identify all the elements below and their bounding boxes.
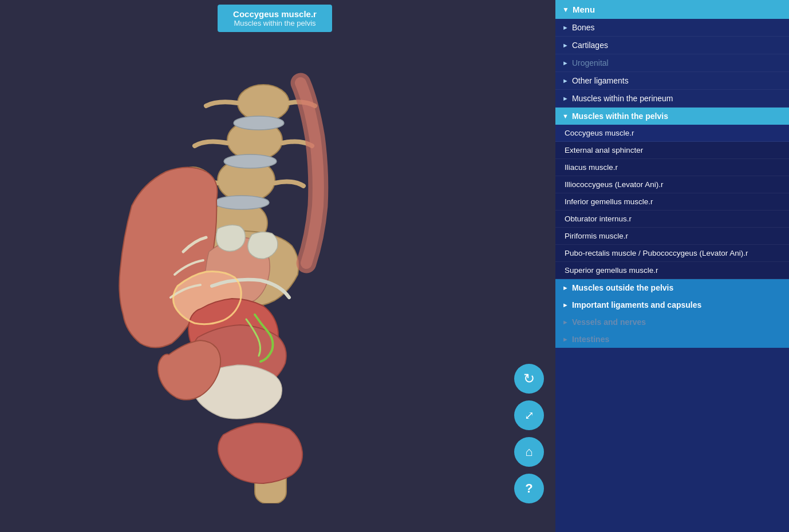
sidebar-item-urogenital: ► Urogenital (555, 54, 789, 72)
cartilages-label: Cartilages (572, 41, 608, 50)
svg-point-1 (238, 85, 289, 121)
sidebar-item-bones[interactable]: ► Bones (555, 19, 789, 37)
sub-item-superior-gemellus[interactable]: Superior gemellus muscle.r (555, 262, 789, 279)
home-button[interactable]: ⌂ (514, 437, 544, 467)
sub-item-piriformis[interactable]: Piriformis muscle.r (555, 228, 789, 245)
section-muscles-pelvis[interactable]: ▼ Muscles within the pelvis (555, 108, 789, 125)
vessels-nerves-label: Vessels and nerves (572, 317, 646, 327)
other-ligaments-label: Other ligaments (572, 76, 629, 85)
iliacus-label: Iliacus muscle.r (565, 163, 618, 172)
sidebar: ▼ Menu ► Bones ► Cartilages ► Urogenital… (555, 0, 789, 532)
urogenital-arrow: ► (562, 59, 569, 66)
tooltip: Coccygeus muscle.r Muscles within the pe… (218, 5, 332, 32)
superior-gemellus-label: Superior gemellus muscle.r (565, 266, 658, 275)
bones-label: Bones (572, 23, 595, 32)
bones-arrow: ► (562, 24, 569, 31)
cartilages-arrow: ► (562, 42, 569, 49)
sub-item-external-anal[interactable]: External anal sphincter (555, 142, 789, 159)
section-intestines: ► Intestines (555, 331, 789, 348)
inferior-gemellus-label: Inferior gemellus muscle.r (565, 197, 653, 206)
important-ligaments-label: Important ligaments and capsules (572, 300, 701, 309)
tooltip-subtitle: Muscles within the pelvis (229, 19, 321, 27)
menu-collapse-arrow: ▼ (562, 6, 569, 14)
piriformis-label: Piriformis muscle.r (565, 232, 628, 240)
muscles-perineum-label: Muscles within the perineum (572, 94, 673, 103)
svg-point-5 (234, 116, 284, 130)
action-buttons: ↻ ⤢ ⌂ ? (514, 364, 544, 503)
obturator-label: Obturator internus.r (565, 215, 632, 223)
sub-item-pubo-rectalis[interactable]: Pubo-rectalis muscle / Pubococcygeus (Le… (555, 245, 789, 262)
illiococcygeus-label: Illiococcygeus (Levator Ani).r (565, 180, 664, 189)
menu-header[interactable]: ▼ Menu (555, 0, 789, 19)
muscles-perineum-arrow: ► (562, 95, 569, 102)
muscles-pelvis-label: Muscles within the pelvis (572, 112, 668, 121)
sub-item-obturator[interactable]: Obturator internus.r (555, 211, 789, 228)
urogenital-label: Urogenital (572, 58, 609, 68)
svg-point-7 (214, 196, 269, 209)
help-icon: ? (525, 481, 532, 496)
coccygeus-label: Coccygeus muscle.r (565, 129, 634, 137)
rotate-icon: ↻ (523, 371, 535, 387)
other-ligaments-arrow: ► (562, 77, 569, 84)
muscles-outside-arrow: ► (562, 284, 569, 291)
external-anal-label: External anal sphincter (565, 146, 643, 154)
sub-item-iliacus[interactable]: Iliacus muscle.r (555, 159, 789, 176)
intestines-label: Intestines (572, 335, 609, 344)
expand-icon: ⤢ (524, 408, 534, 422)
section-vessels-nerves: ► Vessels and nerves (555, 313, 789, 331)
intestines-arrow: ► (562, 336, 569, 343)
help-button[interactable]: ? (514, 474, 544, 503)
rotate-button[interactable]: ↻ (514, 364, 544, 394)
section-muscles-outside[interactable]: ► Muscles outside the pelvis (555, 279, 789, 296)
muscles-pelvis-arrow: ▼ (562, 113, 569, 120)
menu-header-label: Menu (573, 5, 595, 14)
muscles-outside-label: Muscles outside the pelvis (572, 283, 673, 292)
home-icon: ⌂ (525, 444, 532, 459)
pubo-rectalis-label: Pubo-rectalis muscle / Pubococcygeus (Le… (565, 249, 748, 257)
tooltip-title: Coccygeus muscle.r (229, 9, 321, 19)
sidebar-item-muscles-perineum[interactable]: ► Muscles within the perineum (555, 90, 789, 108)
vessels-nerves-arrow: ► (562, 319, 569, 325)
sub-item-inferior-gemellus[interactable]: Inferior gemellus muscle.r (555, 193, 789, 211)
important-ligaments-arrow: ► (562, 301, 569, 308)
expand-button[interactable]: ⤢ (514, 400, 544, 430)
sidebar-item-cartilages[interactable]: ► Cartilages (555, 37, 789, 54)
sub-item-coccygeus[interactable]: Coccygeus muscle.r (555, 125, 789, 142)
svg-point-6 (224, 154, 277, 168)
anatomy-illustration (86, 34, 429, 503)
sidebar-item-other-ligaments[interactable]: ► Other ligaments (555, 72, 789, 90)
anatomy-svg (86, 34, 429, 503)
section-important-ligaments[interactable]: ► Important ligaments and capsules (555, 296, 789, 313)
viewport: Coccygeus muscle.r Muscles within the pe… (0, 0, 555, 532)
sub-item-illiococcygeus[interactable]: Illiococcygeus (Levator Ani).r (555, 176, 789, 193)
